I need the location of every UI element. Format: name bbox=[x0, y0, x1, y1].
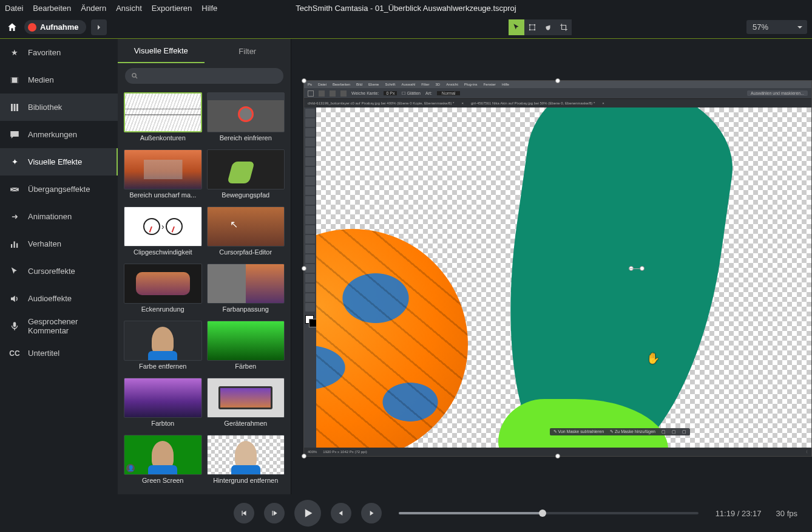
zoom-value: 57% bbox=[753, 22, 768, 32]
effect-thumbnail bbox=[124, 149, 202, 189]
effect-bewegungspfad[interactable]: Bewegungspfad bbox=[207, 149, 285, 203]
ps-options-bar: Weiche Kante:0 Px ☐ Glätten Art:Normal A… bbox=[304, 88, 811, 99]
step-back-button[interactable] bbox=[264, 503, 285, 523]
record-button[interactable]: Aufnahme bbox=[24, 20, 86, 34]
main-area: ★ Favoriten Medien Bibliothek Anmerkunge… bbox=[0, 39, 812, 494]
effect-thumbnail bbox=[124, 378, 202, 418]
hand-cursor-icon: ✋ bbox=[646, 352, 660, 365]
rotation-knob[interactable] bbox=[640, 266, 645, 271]
svg-rect-11 bbox=[11, 244, 12, 248]
effect-bereich-einfrieren[interactable]: Bereich einfrieren bbox=[207, 92, 285, 146]
window-title: TechSmith Camtasia - 01_Überblick Auswah… bbox=[296, 4, 516, 13]
menu-modify[interactable]: Ändern bbox=[81, 4, 106, 13]
menu-help[interactable]: Hilfe bbox=[201, 4, 217, 13]
search-icon bbox=[131, 72, 138, 80]
sidebar-item-annotations[interactable]: Anmerkungen bbox=[0, 121, 118, 148]
effect-aussenkonturen[interactable]: Außenkonturen bbox=[124, 92, 202, 146]
menu-file[interactable]: Datei bbox=[5, 4, 23, 13]
effect-label: Eckenrundung bbox=[124, 305, 202, 313]
sidebar-item-label: Audioeffekte bbox=[28, 294, 72, 303]
effect-green-screen[interactable]: 👤 Green Screen bbox=[124, 435, 202, 488]
svg-rect-14 bbox=[13, 322, 16, 327]
clock-icon bbox=[166, 218, 183, 235]
sidebar-item-voice-narration[interactable]: Gesprochener Kommentar bbox=[0, 312, 118, 339]
effect-thumbnail bbox=[124, 92, 202, 132]
person-icon bbox=[152, 327, 174, 355]
sidebar-item-library[interactable]: Bibliothek bbox=[0, 94, 118, 121]
home-button[interactable] bbox=[5, 20, 19, 35]
tab-filter[interactable]: Filter bbox=[205, 39, 291, 63]
prev-frame-button[interactable] bbox=[234, 503, 254, 523]
behavior-icon bbox=[8, 238, 21, 250]
playback-bar: 11:19 / 23:17 30 fps bbox=[0, 494, 812, 532]
svg-point-15 bbox=[132, 73, 136, 77]
sidebar-item-favorites[interactable]: ★ Favoriten bbox=[0, 39, 118, 66]
canvas-area[interactable]: PsDateiBearbeiten BildEbeneSchrift Auswa… bbox=[291, 39, 812, 494]
effect-thumbnail: 👤 bbox=[124, 435, 202, 475]
effects-search-input[interactable] bbox=[125, 68, 283, 84]
wand-icon: ✦ bbox=[8, 156, 21, 168]
menu-view[interactable]: Ansicht bbox=[116, 4, 142, 13]
sidebar-item-transitions[interactable]: Übergangseffekte bbox=[0, 176, 118, 203]
tool-crop[interactable] bbox=[556, 19, 572, 35]
preview-clip[interactable]: PsDateiBearbeiten BildEbeneSchrift Auswa… bbox=[303, 80, 812, 457]
ps-document-tabs: child-613199_bottomlayer.c0 auf Pixabay.… bbox=[304, 99, 811, 107]
prev-marker-button[interactable] bbox=[331, 503, 351, 523]
sidebar-item-behaviors[interactable]: Verhalten bbox=[0, 230, 118, 257]
tab-visual-effects[interactable]: Visuelle Effekte bbox=[118, 39, 205, 63]
effect-eckenrundung[interactable]: Eckenrundung bbox=[124, 264, 202, 317]
ps-floating-bar: ✎ Von Maske subtrahieren ✎ Zu Maske hinz… bbox=[550, 428, 690, 435]
effect-thumbnail bbox=[207, 378, 285, 418]
effect-hintergrund-entfernen[interactable]: Hintergrund entfernen bbox=[207, 435, 285, 488]
effect-farbe-entfernen[interactable]: Farbe entfernen bbox=[124, 321, 202, 374]
effect-geraeterahmen[interactable]: Geräterahmen bbox=[207, 378, 285, 431]
menu-export[interactable]: Exportieren bbox=[152, 4, 192, 13]
play-button[interactable] bbox=[294, 500, 321, 527]
playback-fps[interactable]: 30 fps bbox=[771, 508, 802, 519]
tool-select[interactable] bbox=[509, 19, 524, 35]
slider-knob[interactable] bbox=[539, 510, 546, 517]
sidebar-item-visual-effects[interactable]: ✦ Visuelle Effekte bbox=[0, 148, 118, 176]
effects-grid: Außenkonturen Bereich einfrieren Bereich… bbox=[118, 89, 291, 494]
transition-icon bbox=[8, 183, 21, 196]
tool-pan-alt[interactable] bbox=[524, 19, 540, 35]
sidebar-item-animations[interactable]: ➜ Animationen bbox=[0, 203, 118, 230]
sidebar-item-label: Animationen bbox=[28, 212, 72, 221]
effect-farbanpassung[interactable]: Farbanpassung bbox=[207, 264, 285, 317]
sidebar-item-label: Cursoreffekte bbox=[28, 267, 75, 276]
playback-time: 11:19 / 23:17 bbox=[716, 509, 762, 518]
sidebar-item-audio-effects[interactable]: Audioeffekte bbox=[0, 285, 118, 312]
sidebar-item-label: Bibliothek bbox=[28, 103, 62, 112]
record-expand-button[interactable] bbox=[91, 19, 107, 35]
selection-handle[interactable] bbox=[555, 454, 560, 459]
effect-farbton[interactable]: Farbton bbox=[124, 378, 202, 431]
selection-handle[interactable] bbox=[555, 78, 560, 83]
ps-canvas: ✎ Von Maske subtrahieren ✎ Zu Maske hinz… bbox=[316, 107, 811, 448]
effect-cursorpfad-editor[interactable]: Cursorpfad-Editor bbox=[207, 206, 285, 260]
tool-hand[interactable] bbox=[540, 19, 556, 35]
star-icon: ★ bbox=[8, 47, 21, 59]
effect-thumbnail bbox=[207, 206, 285, 247]
effect-clipgeschwindigkeit[interactable]: › Clipgeschwindigkeit bbox=[124, 206, 202, 260]
rotation-stem bbox=[629, 268, 640, 269]
tools-sidebar: ★ Favoriten Medien Bibliothek Anmerkunge… bbox=[0, 39, 118, 494]
svg-rect-12 bbox=[14, 241, 15, 248]
effect-faerben[interactable]: Färben bbox=[207, 321, 285, 374]
selection-handle[interactable] bbox=[302, 266, 306, 271]
effect-thumbnail bbox=[207, 435, 285, 475]
effect-bereich-unscharf[interactable]: Bereich unscharf ma... bbox=[124, 149, 202, 203]
zoom-dropdown[interactable]: 57% bbox=[746, 20, 807, 34]
menu-edit[interactable]: Bearbeiten bbox=[33, 4, 71, 13]
sidebar-item-cursor-effects[interactable]: Cursoreffekte bbox=[0, 257, 118, 285]
selection-handle[interactable] bbox=[302, 454, 306, 459]
sidebar-item-captions[interactable]: CC Untertitel bbox=[0, 339, 118, 367]
effect-label: Green Screen bbox=[124, 477, 202, 484]
speaker-icon bbox=[8, 293, 21, 305]
selection-handle[interactable] bbox=[302, 78, 306, 83]
svg-rect-7 bbox=[11, 104, 13, 111]
playback-slider[interactable] bbox=[399, 512, 699, 514]
next-marker-button[interactable] bbox=[361, 503, 382, 523]
annotation-icon bbox=[8, 129, 21, 141]
sidebar-item-media[interactable]: Medien bbox=[0, 66, 118, 94]
svg-rect-5 bbox=[10, 77, 12, 83]
